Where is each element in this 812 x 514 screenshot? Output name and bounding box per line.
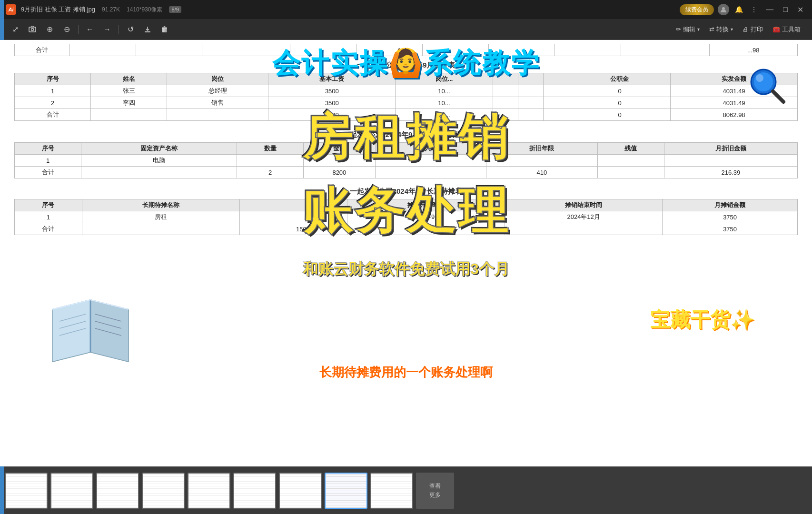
convert-chevron: ▾ [731, 27, 733, 32]
thumbnail-6[interactable] [233, 473, 276, 509]
convert-icon: ⇄ [709, 26, 714, 33]
top-partial-table: 合计 ...98 [14, 44, 798, 56]
amortize-table: 序号 固定资产名称 数量 金额 购入时间 折旧年限 残值 月折旧金额 1 电脑 [14, 142, 798, 178]
dimensions-label: 1410*930像素 [127, 6, 162, 14]
col-housing [518, 73, 544, 85]
document-view[interactable]: 合计 ...98 一起发财公司2024年9月 [0, 40, 812, 466]
thumbnail-9[interactable] [370, 473, 413, 509]
table-row: 1 张三 总经理 3500 10... 0 4031.49 [15, 85, 798, 97]
svg-rect-3 [145, 31, 150, 32]
thumbnail-1[interactable] [5, 473, 48, 509]
page-counter: 8/9 [169, 6, 181, 13]
amortize-header: 序号 固定资产名称 数量 金额 购入时间 折旧年限 残值 月折旧金额 [15, 143, 798, 155]
thumbnail-strip: 查看 更多 [0, 466, 812, 514]
col-base-salary: 基本工资 [268, 73, 396, 85]
close-button[interactable]: ✕ [794, 5, 806, 14]
thumbnail-5[interactable] [188, 473, 230, 509]
table-row: 2 李四 销售 3500 10... 0 4031.49 [15, 97, 798, 109]
minimize-button[interactable]: — [763, 5, 776, 14]
col-position: 岗位 [167, 73, 268, 85]
thumbnail-7[interactable] [279, 473, 322, 509]
amortize-total-row: 合计 2 8200 410 216.39 [15, 167, 798, 178]
amortize-table-title: 一起发财公司2024年9月固定资产折旧表 [14, 128, 798, 142]
zoom-in-button[interactable]: ⊕ [42, 22, 57, 37]
forward-button[interactable]: → [99, 22, 115, 37]
screenshot-button[interactable] [25, 22, 40, 37]
longterm-table-title: 一起发财公司2024年9月长期待摊表 [14, 184, 798, 199]
col-seqno: 序号 [15, 73, 91, 85]
tools-menu[interactable]: 🧰 工具箱 [769, 23, 804, 36]
salary-table-title: 一起发财公司2024年9月工资表 [14, 58, 798, 73]
amortize-section: 一起发财公司2024年9月固定资产折旧表 序号 固定资产名称 数量 金额 购入时… [14, 128, 798, 178]
filesize-label: 91.27K [102, 6, 120, 13]
salary-table: 序号 姓名 岗位 基本工资 岗位... 公积金 实发金额 1 [14, 73, 798, 121]
rotate-button[interactable]: ↺ [123, 22, 138, 37]
view-more-button[interactable]: 查看 更多 [416, 473, 454, 509]
tools-icon: 🧰 [772, 26, 780, 33]
edit-menu[interactable]: ✏ 编辑 ▾ [672, 23, 703, 36]
toolbar-separator-1 [78, 25, 79, 34]
col-fund: 公积金 [569, 73, 670, 85]
print-button[interactable]: 🖨 打印 [739, 23, 767, 36]
col-housing2 [544, 73, 569, 85]
filename-label: 9月折旧 社保 工资 摊销.jpg [21, 5, 95, 14]
thumbnail-4[interactable] [142, 473, 185, 509]
table-row: 1 电脑 [15, 155, 798, 167]
col-name: 姓名 [91, 73, 167, 85]
col-social [493, 73, 518, 85]
delete-button[interactable]: 🗑 [157, 22, 172, 37]
svg-point-2 [31, 28, 34, 30]
toolbar: ⤢ ⊕ ⊖ ← → ↺ 🗑 ✏ 编辑 ▾ ⇄ 转换 ▾ 🖨 打印 🧰 工具箱 [0, 19, 812, 40]
spreadsheet-area: 合计 ...98 一起发财公司2024年9月 [0, 40, 812, 466]
salary-total-row: 合计 7000 20... 0 8062.98 [15, 109, 798, 121]
fullscreen-button[interactable]: ⤢ [8, 22, 23, 37]
titlebar: Ai 9月折旧 社保 工资 摊销.jpg 91.27K 1410*930像素 8… [0, 0, 812, 19]
salary-section: 一起发财公司2024年9月工资表 序号 姓名 岗位 基本工资 岗位... 公积金 [14, 58, 798, 121]
settings-icon[interactable]: ⋮ [749, 6, 759, 13]
back-button[interactable]: ← [82, 22, 98, 37]
salary-header: 序号 姓名 岗位 基本工资 岗位... 公积金 实发金额 [15, 73, 798, 85]
zoom-out-button[interactable]: ⊖ [59, 22, 74, 37]
vip-button[interactable]: 续费会员 [680, 4, 714, 15]
print-icon: 🖨 [743, 26, 749, 33]
convert-menu[interactable]: ⇄ 转换 ▾ [705, 23, 737, 36]
edit-icon: ✏ [676, 26, 681, 33]
thumbnail-2[interactable] [50, 473, 93, 509]
longterm-total-row: 合计 15000 3750 [15, 223, 798, 235]
edit-chevron: ▾ [697, 27, 700, 32]
longterm-section: 一起发财公司2024年9月长期待摊表 序号 长期待摊名称 摊销开始时间 摊销结束… [14, 184, 798, 235]
download-button[interactable] [140, 22, 155, 37]
avatar[interactable] [718, 4, 729, 15]
col-position-salary: 岗位... [396, 73, 493, 85]
col-actual: 实发金额 [671, 73, 798, 85]
table-row: 1 房租 2024年9月 2024年12月 3750 [15, 211, 798, 223]
app-logo: Ai [6, 4, 16, 15]
titlebar-right: 续费会员 🔔 ⋮ — □ ✕ [680, 4, 806, 15]
notification-icon[interactable]: 🔔 [733, 6, 745, 13]
svg-rect-1 [29, 27, 36, 32]
main-area: 合计 ...98 一起发财公司2024年9月 [0, 40, 812, 466]
thumbnail-3[interactable] [96, 473, 139, 509]
tables-container: 合计 ...98 一起发财公司2024年9月 [0, 40, 812, 466]
maximize-button[interactable]: □ [780, 5, 791, 14]
thumbnail-8[interactable] [325, 473, 367, 509]
longterm-table: 序号 长期待摊名称 摊销开始时间 摊销结束时间 月摊销金额 1 房租 [14, 199, 798, 235]
toolbar-separator-2 [119, 25, 119, 34]
longterm-header: 序号 长期待摊名称 摊销开始时间 摊销结束时间 月摊销金额 [15, 199, 798, 211]
